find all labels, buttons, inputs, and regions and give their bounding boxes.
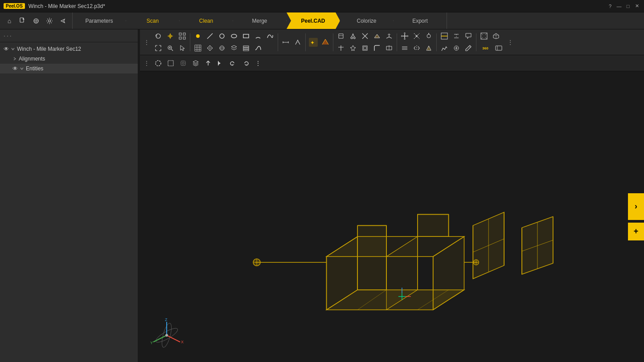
btn-export-view[interactable] — [493, 42, 505, 54]
btn-fit-screen[interactable] — [152, 42, 164, 54]
svg-point-22 — [353, 37, 355, 39]
btn-360[interactable]: 360 — [478, 42, 492, 54]
btn-project[interactable] — [423, 42, 435, 54]
btn-layer-filter[interactable] — [190, 57, 201, 69]
btn-lasso-sel[interactable] — [177, 57, 189, 69]
svg-point-21 — [351, 37, 353, 39]
tree-item-entities[interactable]: 👁 Entities — [0, 64, 138, 73]
btn-curve[interactable] — [252, 42, 264, 54]
btn-mirror[interactable] — [411, 42, 422, 54]
tab-scan[interactable]: Scan — [126, 12, 180, 29]
btn-analysis2[interactable] — [439, 42, 450, 54]
sec-toolbar-more-left[interactable]: ⋮ — [142, 60, 152, 67]
btn-rotate-ccw[interactable] — [227, 57, 239, 69]
gizmo-svg: X Z Y — [149, 317, 185, 353]
sep-4 — [333, 33, 333, 51]
btn-rotate-cw[interactable] — [240, 57, 251, 69]
btn-sphere[interactable] — [216, 42, 228, 54]
gizmo: X Z Y — [149, 317, 185, 353]
toolbar-row-shapes-2 — [192, 42, 276, 54]
btn-move-tool[interactable] — [399, 30, 410, 42]
btn-section[interactable] — [439, 30, 450, 42]
nav-settings-icon[interactable] — [44, 15, 55, 27]
btn-box-sel[interactable] — [165, 57, 176, 69]
help-button[interactable]: ? — [607, 3, 614, 10]
tab-colorize[interactable]: Colorize — [340, 12, 394, 29]
btn-view-front[interactable] — [478, 30, 490, 42]
btn-offset[interactable] — [359, 42, 371, 54]
nav-scan-icon[interactable] — [30, 15, 42, 27]
btn-circle[interactable] — [216, 30, 228, 42]
nav-home-icon[interactable]: ⌂ — [4, 15, 15, 27]
btn-arc[interactable] — [252, 30, 264, 42]
btn-layers[interactable] — [228, 42, 240, 54]
btn-rotate-view[interactable] — [152, 30, 164, 42]
btn-rectangle[interactable] — [240, 30, 252, 42]
svg-point-86 — [165, 334, 168, 337]
btn-edit-1[interactable] — [335, 30, 347, 42]
btn-pointer[interactable] — [176, 42, 188, 54]
btn-mesh[interactable] — [204, 42, 216, 54]
btn-normal[interactable] — [423, 30, 435, 42]
toolbar-row-point: ✦ — [308, 37, 331, 48]
nav-share-icon[interactable] — [57, 15, 69, 27]
toolbar-row-view-1 — [152, 30, 188, 42]
btn-fillet[interactable] — [371, 42, 383, 54]
btn-cut[interactable] — [347, 30, 359, 42]
btn-line[interactable] — [204, 30, 216, 42]
btn-pen[interactable] — [463, 42, 474, 54]
tab-peel-cad[interactable]: Peel.CAD — [287, 12, 340, 29]
btn-split[interactable] — [335, 42, 347, 54]
btn-compare[interactable] — [451, 42, 462, 54]
btn-measure-angle[interactable] — [292, 37, 304, 48]
btn-extrude[interactable] — [383, 30, 395, 42]
btn-scale-tool[interactable] — [411, 30, 422, 42]
btn-ellipse[interactable] — [228, 30, 240, 42]
toolbar-more-left[interactable]: ⋮ — [142, 39, 152, 46]
btn-flip-first[interactable] — [215, 57, 226, 69]
btn-surface[interactable] — [320, 37, 331, 48]
toolbar-group-transform — [399, 30, 435, 54]
btn-annotation[interactable] — [463, 30, 474, 42]
btn-align[interactable] — [399, 42, 410, 54]
tree-item-alignments[interactable]: Alignments — [0, 54, 138, 64]
toolbar-more-right[interactable]: ⋮ — [505, 39, 515, 46]
btn-spline[interactable] — [264, 30, 276, 42]
tree-eye-root[interactable]: 👁 — [4, 46, 9, 52]
btn-surface2[interactable] — [371, 30, 383, 42]
btn-move-up[interactable] — [202, 57, 214, 69]
btn-dimension[interactable] — [451, 30, 462, 42]
btn-select-ring[interactable] — [152, 57, 164, 69]
expand-panel-button[interactable]: › — [628, 193, 644, 220]
btn-point-cloud[interactable]: ✦ — [308, 37, 319, 48]
btn-heal[interactable] — [347, 42, 359, 54]
close-button[interactable]: ✕ — [633, 3, 640, 10]
btn-point[interactable] — [192, 30, 204, 42]
tab-clean[interactable]: Clean — [180, 12, 233, 29]
maximize-button[interactable]: □ — [624, 3, 632, 10]
btn-view-perspective[interactable] — [490, 30, 502, 42]
tree-item-root[interactable]: 👁 Winch - Mile Marker Sec12 — [0, 44, 138, 54]
btn-crosshair[interactable] — [164, 30, 176, 42]
viewport[interactable]: › + X Z — [140, 71, 644, 362]
btn-grid[interactable] — [192, 42, 204, 54]
tree-chevron-root — [11, 47, 15, 51]
btn-plane-cut[interactable] — [383, 42, 395, 54]
btn-trim[interactable] — [359, 30, 371, 42]
tab-merge[interactable]: Merge — [233, 12, 287, 29]
btn-more-sec[interactable]: ⋮ — [252, 57, 264, 69]
nav-file-icon[interactable] — [17, 15, 29, 27]
tab-export[interactable]: Export — [394, 12, 447, 29]
minimize-button[interactable]: — — [615, 3, 623, 10]
btn-zoom-in[interactable] — [164, 42, 176, 54]
content-area: ⋮ — [140, 29, 644, 362]
btn-measure-linear[interactable] — [280, 37, 291, 48]
tree-eye-entities[interactable]: 👁 — [12, 65, 18, 72]
tree-label-alignments: Alignments — [19, 56, 45, 62]
btn-stack[interactable] — [240, 42, 252, 54]
btn-grid-snap[interactable] — [176, 30, 188, 42]
add-panel-button[interactable]: + — [628, 223, 644, 240]
svg-rect-30 — [496, 46, 502, 50]
sidebar-dots[interactable]: ··· — [4, 32, 13, 39]
tab-parameters[interactable]: Parameters — [73, 12, 126, 29]
